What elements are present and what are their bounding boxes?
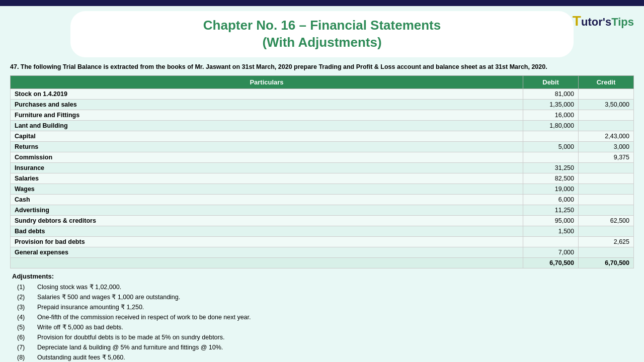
question-text: 47. The following Trial Balance is extra… bbox=[10, 62, 634, 72]
logo-t-letter: T bbox=[573, 13, 581, 29]
table-row: Provision for bad debts 2,625 bbox=[11, 237, 634, 247]
table-row: Advertising 11,250 bbox=[11, 205, 634, 216]
page-title: Chapter No. 16 – Financial Statements (W… bbox=[101, 17, 543, 51]
cell-total-debit: 6,70,500 bbox=[523, 258, 579, 268]
table-row: Cash 6,000 bbox=[11, 195, 634, 205]
cell-particulars: Commission bbox=[11, 152, 523, 163]
logo: Tutor'sTips bbox=[573, 13, 634, 29]
table-row: Lant and Building 1,80,000 bbox=[11, 121, 634, 131]
cell-debit bbox=[523, 237, 579, 247]
logo-tips-text: Tips bbox=[611, 16, 634, 28]
table-row: Wages 19,000 bbox=[11, 184, 634, 195]
adj-text: Outstanding audit fees ₹ 5,060. bbox=[37, 352, 632, 362]
cell-particulars: Advertising bbox=[11, 205, 523, 216]
cell-credit bbox=[579, 184, 634, 195]
adj-number: (6) bbox=[12, 332, 37, 342]
adjustments-list: (1) Closing stock was ₹ 1,02,000. (2) Sa… bbox=[12, 282, 632, 362]
cell-particulars: Stock on 1.4.2019 bbox=[11, 89, 523, 100]
content-area: 47. The following Trial Balance is extra… bbox=[0, 60, 644, 362]
cell-particulars: Lant and Building bbox=[11, 121, 523, 131]
title-box: Chapter No. 16 – Financial Statements (W… bbox=[70, 11, 574, 57]
adjustments-title: Adjustments: bbox=[12, 273, 632, 280]
cell-debit: 6,000 bbox=[523, 195, 579, 205]
title-line1: Chapter No. 16 – Financial Statements bbox=[203, 18, 441, 33]
cell-debit: 7,000 bbox=[523, 247, 579, 258]
cell-debit: 1,80,000 bbox=[523, 121, 579, 131]
cell-particulars: Provision for bad debts bbox=[11, 237, 523, 247]
cell-debit: 19,000 bbox=[523, 184, 579, 195]
adj-text: Closing stock was ₹ 1,02,000. bbox=[37, 282, 632, 292]
table-row: Stock on 1.4.2019 81,000 bbox=[11, 89, 634, 100]
cell-total-label bbox=[11, 258, 523, 268]
table-row: Purchases and sales 1,35,000 3,50,000 bbox=[11, 100, 634, 110]
adjustment-item: (3) Prepaid insurance amounting ₹ 1,250. bbox=[12, 302, 632, 312]
table-header-row: Particulars Debit Credit bbox=[11, 76, 634, 89]
adjustment-item: (6) Provision for doubtful debts is to b… bbox=[12, 332, 632, 342]
cell-credit bbox=[579, 89, 634, 100]
cell-particulars: Bad debts bbox=[11, 226, 523, 237]
cell-debit: 1,35,000 bbox=[523, 100, 579, 110]
cell-particulars: Wages bbox=[11, 184, 523, 195]
adjustment-item: (5) Write off ₹ 5,000 as bad debts. bbox=[12, 322, 632, 332]
adj-text: One-fifth of the commission received in … bbox=[37, 312, 632, 322]
table-row: Commission 9,375 bbox=[11, 152, 634, 163]
table-row: Returns 5,000 3,000 bbox=[11, 142, 634, 152]
cell-particulars: Sundry debtors & creditors bbox=[11, 216, 523, 226]
cell-debit: 82,500 bbox=[523, 173, 579, 184]
table-row: Sundry debtors & creditors 95,000 62,500 bbox=[11, 216, 634, 226]
table-row: General expenses 7,000 bbox=[11, 247, 634, 258]
cell-total-credit: 6,70,500 bbox=[579, 258, 634, 268]
table-row: Salaries 82,500 bbox=[11, 173, 634, 184]
title-line2: (With Adjustments) bbox=[262, 35, 381, 50]
cell-particulars: General expenses bbox=[11, 247, 523, 258]
total-row: 6,70,500 6,70,500 bbox=[11, 258, 634, 268]
adjustment-item: (4) One-fifth of the commission received… bbox=[12, 312, 632, 322]
adj-number: (5) bbox=[12, 322, 37, 332]
adj-text: Depreciate land & building @ 5% and furn… bbox=[37, 342, 632, 352]
col-debit: Debit bbox=[523, 76, 579, 89]
cell-debit: 1,500 bbox=[523, 226, 579, 237]
cell-credit: 3,50,000 bbox=[579, 100, 634, 110]
adjustment-item: (7) Depreciate land & building @ 5% and … bbox=[12, 342, 632, 352]
cell-debit: 16,000 bbox=[523, 110, 579, 121]
adjustment-item: (8) Outstanding audit fees ₹ 5,060. bbox=[12, 352, 632, 362]
cell-credit bbox=[579, 110, 634, 121]
cell-particulars: Salaries bbox=[11, 173, 523, 184]
top-bar bbox=[0, 0, 644, 6]
cell-debit: 11,250 bbox=[523, 205, 579, 216]
adjustment-item: (2) Salaries ₹ 500 and wages ₹ 1,000 are… bbox=[12, 292, 632, 302]
adj-number: (3) bbox=[12, 302, 37, 312]
adj-text: Salaries ₹ 500 and wages ₹ 1,000 are out… bbox=[37, 292, 632, 302]
table-row: Bad debts 1,500 bbox=[11, 226, 634, 237]
adj-number: (2) bbox=[12, 292, 37, 302]
table-row: Furniture and Fittings 16,000 bbox=[11, 110, 634, 121]
cell-debit bbox=[523, 131, 579, 142]
cell-credit bbox=[579, 205, 634, 216]
col-particulars: Particulars bbox=[11, 76, 523, 89]
adj-number: (7) bbox=[12, 342, 37, 352]
cell-credit bbox=[579, 163, 634, 173]
cell-debit bbox=[523, 152, 579, 163]
cell-particulars: Insurance bbox=[11, 163, 523, 173]
cell-credit bbox=[579, 121, 634, 131]
cell-credit: 9,375 bbox=[579, 152, 634, 163]
table-row: Insurance 31,250 bbox=[11, 163, 634, 173]
cell-credit: 62,500 bbox=[579, 216, 634, 226]
table-row: Capital 2,43,000 bbox=[11, 131, 634, 142]
adjustments-section: Adjustments: (1) Closing stock was ₹ 1,0… bbox=[10, 273, 634, 362]
adj-number: (4) bbox=[12, 312, 37, 322]
adj-number: (8) bbox=[12, 352, 37, 362]
cell-credit bbox=[579, 247, 634, 258]
trial-balance-table: Particulars Debit Credit Stock on 1.4.20… bbox=[10, 75, 634, 268]
cell-particulars: Furniture and Fittings bbox=[11, 110, 523, 121]
cell-debit: 95,000 bbox=[523, 216, 579, 226]
cell-credit: 3,000 bbox=[579, 142, 634, 152]
adj-text: Provision for doubtful debts is to be ma… bbox=[37, 332, 632, 342]
cell-credit bbox=[579, 195, 634, 205]
cell-debit: 31,250 bbox=[523, 163, 579, 173]
header-area: Chapter No. 16 – Financial Statements (W… bbox=[0, 6, 644, 60]
cell-particulars: Purchases and sales bbox=[11, 100, 523, 110]
cell-debit: 5,000 bbox=[523, 142, 579, 152]
col-credit: Credit bbox=[579, 76, 634, 89]
cell-particulars: Cash bbox=[11, 195, 523, 205]
